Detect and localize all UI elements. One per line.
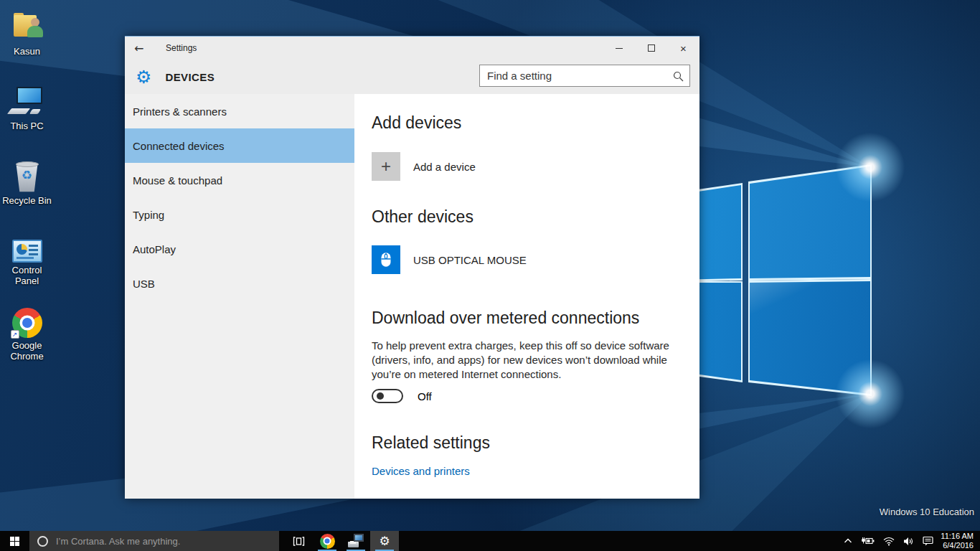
toggle-knob <box>377 392 384 400</box>
mouse-icon <box>372 245 400 274</box>
chevron-up-icon <box>844 538 852 544</box>
windows-edition-watermark: Windows 10 Education <box>880 507 974 517</box>
sidebar-item-printers-scanners[interactable]: Printers & scanners <box>125 94 354 128</box>
search-input[interactable] <box>480 65 689 86</box>
settings-window: ← Settings × ⚙ DEVICES Printers & scanne… <box>125 36 699 499</box>
system-tray: 11:16 AM 6/4/2016 <box>839 531 980 551</box>
add-a-device-button[interactable]: + Add a device <box>372 152 476 181</box>
recycle-bin-icon: ♻ <box>14 159 40 193</box>
control-panel-icon <box>12 228 42 263</box>
metered-connections-heading: Download over metered connections <box>372 308 699 328</box>
toggle-off-switch[interactable] <box>372 389 403 403</box>
windows-logo-icon <box>10 537 19 546</box>
sidebar-item-autoplay[interactable]: AutoPlay <box>125 232 354 266</box>
lens-flare <box>831 128 910 207</box>
titlebar: ← Settings × <box>125 37 699 60</box>
devices-printers-icon <box>348 534 364 548</box>
battery-plug-icon <box>861 537 875 545</box>
computer-icon <box>9 84 45 118</box>
page-title: DEVICES <box>165 71 215 83</box>
desktop-icon-control-panel[interactable]: Control Panel <box>1 228 53 286</box>
user-folder-icon <box>11 9 44 44</box>
chrome-icon: ↗ <box>12 303 42 338</box>
sidebar-item-mouse-touchpad[interactable]: Mouse & touchpad <box>125 163 354 197</box>
device-usb-optical-mouse[interactable]: USB OPTICAL MOUSE <box>372 245 527 274</box>
settings-sidebar: Printers & scanners Connected devices Mo… <box>125 94 354 499</box>
chrome-taskbar-button[interactable] <box>313 531 341 551</box>
minimize-button[interactable] <box>603 37 635 60</box>
volume-button[interactable] <box>899 531 918 551</box>
desktop-icon-label: This PC <box>10 121 43 131</box>
desktop-icon-label: Google Chrome <box>1 340 53 362</box>
desktop-icon-google-chrome[interactable]: ↗ Google Chrome <box>1 303 53 362</box>
action-center-icon <box>923 536 933 546</box>
shortcut-arrow-icon: ↗ <box>11 330 19 339</box>
task-view-button[interactable] <box>284 531 313 551</box>
close-button[interactable]: × <box>667 37 699 60</box>
desktop-icon-label: Recycle Bin <box>2 195 52 206</box>
show-hidden-icons-button[interactable] <box>839 531 857 551</box>
cortana-placeholder: I’m Cortana. Ask me anything. <box>56 536 180 547</box>
desktop-icon-label: Control Panel <box>1 265 53 286</box>
lens-flare <box>831 354 910 433</box>
clock-date: 6/4/2016 <box>941 541 974 550</box>
find-setting-searchbox[interactable] <box>479 65 690 87</box>
desktop-icon-recycle-bin[interactable]: ♻ Recycle Bin <box>1 159 53 206</box>
toggle-state-label: Off <box>418 390 432 402</box>
sidebar-item-typing[interactable]: Typing <box>125 197 354 232</box>
power-status-button[interactable] <box>857 531 879 551</box>
metered-download-toggle[interactable]: Off <box>372 389 432 403</box>
taskbar: I’m Cortana. Ask me anything. ⚙ 11:16 AM… <box>0 531 980 551</box>
network-button[interactable] <box>879 531 899 551</box>
start-button[interactable] <box>0 531 29 551</box>
speaker-icon <box>903 537 914 546</box>
minimize-icon <box>616 48 623 49</box>
settings-content: Add devices + Add a device Other devices… <box>354 94 699 499</box>
sidebar-item-usb[interactable]: USB <box>125 266 354 301</box>
wifi-icon <box>883 537 895 546</box>
action-center-button[interactable] <box>918 531 938 551</box>
plus-icon: + <box>372 152 400 181</box>
metered-description: To help prevent extra charges, keep this… <box>372 339 683 382</box>
cortana-icon <box>37 536 48 547</box>
back-button[interactable]: ← <box>134 42 151 55</box>
page-header: ⚙ DEVICES <box>125 60 699 94</box>
desktop-icon-this-pc[interactable]: This PC <box>1 84 53 131</box>
gear-icon: ⚙ <box>379 535 390 547</box>
desktop-icon-label: Kasun <box>14 46 40 57</box>
maximize-button[interactable] <box>635 37 667 60</box>
settings-gear-icon: ⚙ <box>136 68 151 86</box>
devices-and-printers-taskbar-button[interactable] <box>341 531 370 551</box>
desktop-icon-kasun[interactable]: Kasun <box>1 9 53 57</box>
sidebar-item-connected-devices[interactable]: Connected devices <box>125 128 354 163</box>
add-devices-heading: Add devices <box>372 113 699 133</box>
taskbar-clock[interactable]: 11:16 AM 6/4/2016 <box>941 532 974 550</box>
window-title: Settings <box>166 43 197 53</box>
chrome-icon <box>320 534 335 549</box>
other-devices-heading: Other devices <box>372 207 699 227</box>
maximize-icon <box>648 44 655 52</box>
cortana-search-box[interactable]: I’m Cortana. Ask me anything. <box>29 531 279 551</box>
task-view-icon <box>293 536 305 547</box>
settings-taskbar-button[interactable]: ⚙ <box>370 531 399 551</box>
search-icon <box>673 71 684 82</box>
devices-and-printers-link[interactable]: Devices and printers <box>372 465 470 477</box>
clock-time: 11:16 AM <box>941 532 974 541</box>
related-settings-heading: Related settings <box>372 433 699 453</box>
